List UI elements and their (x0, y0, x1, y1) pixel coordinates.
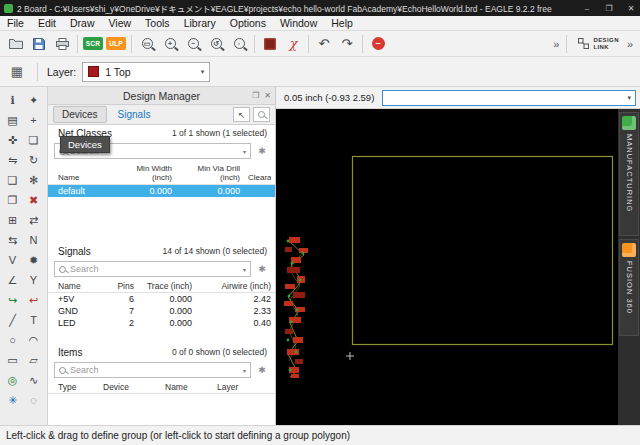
tool-info-icon[interactable]: ℹ (2, 90, 23, 110)
net-class-row[interactable]: default 0.000 0.000 (48, 185, 275, 197)
signal-row[interactable]: GND 7 0.000 2.33 (48, 305, 275, 317)
net-classes-filter-button[interactable]: ✱ (255, 144, 269, 158)
tool-move-icon[interactable]: ✜ (2, 130, 23, 150)
minimize-button[interactable]: – (578, 0, 596, 16)
search-placeholder: Search (70, 264, 239, 274)
tool-replace-icon[interactable]: ⇆ (2, 230, 23, 250)
close-panel-icon[interactable]: ✕ (264, 91, 271, 100)
column-header-min-width[interactable]: Min Width (inch) (110, 164, 172, 182)
run-ulp-button[interactable]: ULP (105, 33, 127, 54)
toolbar-overflow-button-2[interactable]: » (627, 38, 633, 50)
tab-devices[interactable]: Devices (53, 106, 107, 123)
tool-show-icon[interactable]: ✦ (23, 90, 44, 110)
grid-button[interactable]: ▦ (6, 61, 28, 82)
column-header-airwire[interactable]: Airwire (inch) (192, 281, 271, 291)
column-header-pins[interactable]: Pins (104, 281, 134, 291)
highlight-button[interactable] (253, 107, 270, 122)
redo-button[interactable]: ↷ (336, 33, 358, 54)
column-header-min-via-drill[interactable]: Min Via Drill (inch) (172, 164, 240, 182)
design-rules-button[interactable] (259, 33, 281, 54)
tool-value-icon[interactable]: V (2, 250, 23, 270)
maximize-button[interactable]: ❐ (600, 0, 618, 16)
undo-button[interactable]: ↶ (313, 33, 335, 54)
tool-mark-icon[interactable]: + (23, 110, 44, 130)
tool-route-icon[interactable]: ↪ (2, 290, 23, 310)
board-canvas[interactable]: MANUFACTURING FUSION 360 (276, 109, 640, 425)
design-link-button[interactable]: DESIGN LINK (574, 36, 622, 51)
simulate-button[interactable]: χ (282, 33, 304, 54)
zoom-fit-button[interactable]: ▭ (136, 33, 158, 54)
column-header-name[interactable]: Name (58, 173, 110, 182)
tool-group-icon[interactable]: ❑ (2, 170, 23, 190)
menu-item-view[interactable]: View (102, 16, 139, 31)
tool-paste-icon[interactable]: ❐ (2, 190, 23, 210)
signal-row[interactable]: LED 2 0.000 0.40 (48, 317, 275, 329)
signal-row[interactable]: +5V 6 0.000 2.42 (48, 293, 275, 305)
menu-item-window[interactable]: Window (273, 16, 324, 31)
print-button[interactable] (51, 33, 73, 54)
zoom-select-button[interactable]: ▫ (228, 33, 250, 54)
tab-fusion-360[interactable]: FUSION 360 (619, 239, 639, 336)
layer-dropdown[interactable]: 1 Top ▾ (82, 62, 210, 82)
tool-smash-icon[interactable]: ✹ (23, 250, 44, 270)
select-mode-button[interactable]: ↖ (233, 107, 250, 122)
menu-item-help[interactable]: Help (324, 16, 360, 31)
float-panel-icon[interactable]: ❐ (252, 91, 259, 100)
column-header-trace[interactable]: Trace (inch) (134, 281, 192, 291)
tool-wire-icon[interactable]: ╱ (2, 310, 23, 330)
tool-delete-icon[interactable]: ✖ (23, 190, 44, 210)
open-button[interactable] (5, 33, 27, 54)
command-input[interactable] (387, 91, 624, 105)
close-button[interactable]: ✕ (622, 0, 640, 16)
column-header-name[interactable]: Name (165, 382, 217, 392)
tool-ripup-icon[interactable]: ↩ (23, 290, 44, 310)
tool-split-icon[interactable]: Y (23, 270, 44, 290)
signals-label: Signals (58, 246, 91, 257)
menu-item-tools[interactable]: Tools (138, 16, 177, 31)
zoom-redraw-button[interactable]: ↺ (205, 33, 227, 54)
tool-name-icon[interactable]: N (23, 230, 44, 250)
tool-circle-icon[interactable]: ○ (2, 330, 23, 350)
menu-item-options[interactable]: Options (223, 16, 273, 31)
tool-arc-icon[interactable]: ◠ (23, 330, 44, 350)
tool-pinswap-icon[interactable]: ⇄ (23, 210, 44, 230)
menu-item-library[interactable]: Library (177, 16, 223, 31)
tool-copy-icon[interactable]: ❏ (23, 130, 44, 150)
column-header-layer[interactable]: Layer (217, 382, 271, 392)
tool-miter-icon[interactable]: ∠ (2, 270, 23, 290)
menu-item-edit[interactable]: Edit (31, 16, 63, 31)
tab-manufacturing[interactable]: MANUFACTURING (619, 112, 639, 236)
tool-ratsnest-icon[interactable]: ✳ (2, 390, 23, 410)
save-button[interactable] (28, 33, 50, 54)
tool-display-icon[interactable]: ▤ (2, 110, 23, 130)
tool-change-icon[interactable]: ✻ (23, 170, 44, 190)
menu-item-draw[interactable]: Draw (63, 16, 102, 31)
column-header-type[interactable]: Type (58, 382, 103, 392)
tool-text-icon[interactable]: T (23, 310, 44, 330)
signals-filter-button[interactable]: ✱ (255, 262, 269, 276)
zoom-in-button[interactable]: + (159, 33, 181, 54)
tool-via-icon[interactable]: ◎ (2, 370, 23, 390)
tool-signal-icon[interactable]: ∿ (23, 370, 44, 390)
column-header-device[interactable]: Device (103, 382, 165, 392)
tool-rect-icon[interactable]: ▭ (2, 350, 23, 370)
run-script-button[interactable]: SCR (82, 33, 104, 54)
column-header-clearance[interactable]: Clearance (240, 173, 271, 182)
signals-search-input[interactable]: Search ▾ (54, 261, 251, 277)
column-header-name[interactable]: Name (58, 281, 104, 291)
stop-button[interactable]: – (367, 33, 389, 54)
zoom-out-button[interactable]: − (182, 33, 204, 54)
items-search-input[interactable]: Search ▾ (54, 362, 251, 378)
tool-mirror-icon[interactable]: ⇋ (2, 150, 23, 170)
tab-signals[interactable]: Signals (110, 107, 159, 122)
statusbar: Left-click & drag to define group (or le… (0, 425, 640, 445)
menu-item-file[interactable]: File (0, 16, 31, 31)
canvas-area: 0.05 inch (-0.93 2.59) ▾ (276, 87, 640, 425)
toolbar-overflow-button[interactable]: » (553, 38, 559, 50)
items-filter-button[interactable]: ✱ (255, 363, 269, 377)
tool-hole-icon[interactable]: ◌ (23, 390, 44, 410)
tool-rotate-icon[interactable]: ↻ (23, 150, 44, 170)
tool-polygon-icon[interactable]: ▱ (23, 350, 44, 370)
titlebar: 2 Board - C:¥Users¥shi_y¥OneDrive¥ドキュメント… (0, 0, 640, 16)
tool-add-icon[interactable]: ⊞ (2, 210, 23, 230)
